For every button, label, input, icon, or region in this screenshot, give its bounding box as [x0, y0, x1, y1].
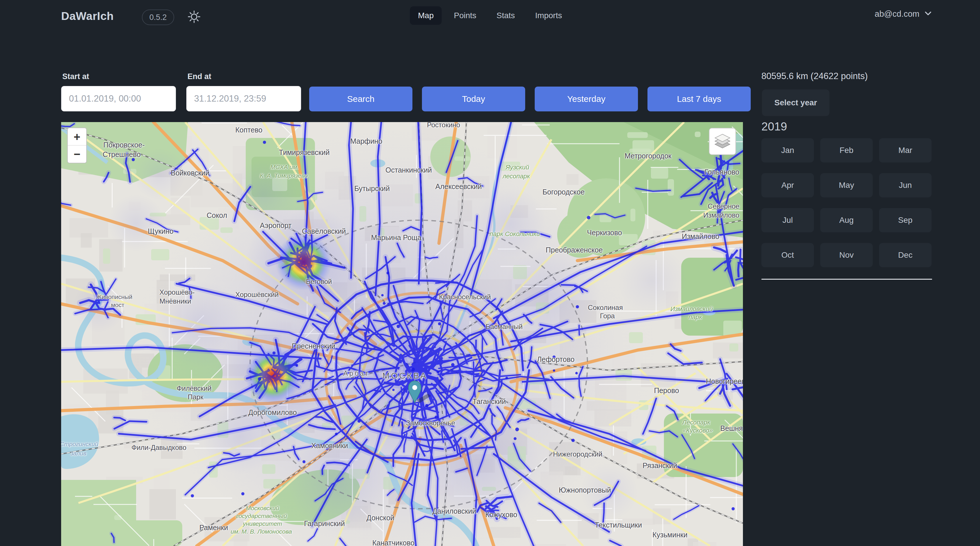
- app-logo[interactable]: DaWarIch: [61, 10, 114, 22]
- month-button-feb[interactable]: Feb: [820, 138, 873, 163]
- start-at-label: Start at: [62, 72, 89, 81]
- theme-toggle-button[interactable]: [187, 10, 201, 24]
- month-button-apr[interactable]: Apr: [761, 173, 814, 197]
- user-email: ab@cd.com: [875, 9, 920, 19]
- zoom-control: + −: [67, 128, 87, 163]
- today-button[interactable]: Today: [422, 86, 525, 112]
- layers-control[interactable]: [709, 128, 736, 155]
- layers-icon: [714, 134, 731, 150]
- tab-stats[interactable]: Stats: [488, 6, 523, 25]
- tab-imports[interactable]: Imports: [527, 6, 570, 25]
- zoom-out-button[interactable]: −: [68, 145, 86, 163]
- end-at-label: End at: [188, 72, 212, 81]
- last-7-days-button[interactable]: Last 7 days: [648, 86, 751, 112]
- map[interactable]: РостокиноКоптевоМарфиноТимирязевскийПокр…: [61, 122, 743, 546]
- end-at-input[interactable]: [186, 86, 301, 112]
- yesterday-button[interactable]: Yesterday: [535, 86, 638, 112]
- map-canvas: [61, 122, 743, 546]
- start-at-input[interactable]: [61, 86, 176, 112]
- main-tabs: MapPointsStatsImports: [410, 6, 570, 25]
- month-button-nov[interactable]: Nov: [820, 243, 873, 267]
- month-button-mar[interactable]: Mar: [879, 138, 932, 163]
- month-button-aug[interactable]: Aug: [820, 208, 873, 232]
- month-button-oct[interactable]: Oct: [761, 243, 814, 267]
- tab-map[interactable]: Map: [410, 6, 442, 25]
- version-badge: 0.5.2: [142, 10, 174, 25]
- month-button-dec[interactable]: Dec: [879, 243, 932, 267]
- month-button-jun[interactable]: Jun: [879, 173, 932, 197]
- sidebar-divider: [761, 279, 932, 279]
- map-marker[interactable]: [408, 380, 436, 408]
- select-year-button[interactable]: Select year: [762, 89, 829, 116]
- month-button-sep[interactable]: Sep: [879, 208, 932, 232]
- search-button[interactable]: Search: [309, 86, 412, 112]
- tab-points[interactable]: Points: [446, 6, 485, 25]
- year-heading: 2019: [761, 120, 787, 133]
- chevron-down-icon: [924, 11, 932, 17]
- zoom-in-button[interactable]: +: [68, 128, 86, 145]
- month-button-jul[interactable]: Jul: [761, 208, 814, 232]
- month-button-jan[interactable]: Jan: [761, 138, 814, 163]
- distance-stats: 80595.6 km (24622 points): [761, 71, 868, 81]
- user-menu[interactable]: ab@cd.com: [875, 9, 932, 19]
- month-button-may[interactable]: May: [820, 173, 873, 197]
- sun-icon: [187, 20, 201, 24]
- app-root: DaWarIch 0.5.2 MapPointsStatsImports ab@…: [0, 0, 980, 546]
- month-grid: JanFebMarAprMayJunJulAugSepOctNovDec: [761, 138, 932, 267]
